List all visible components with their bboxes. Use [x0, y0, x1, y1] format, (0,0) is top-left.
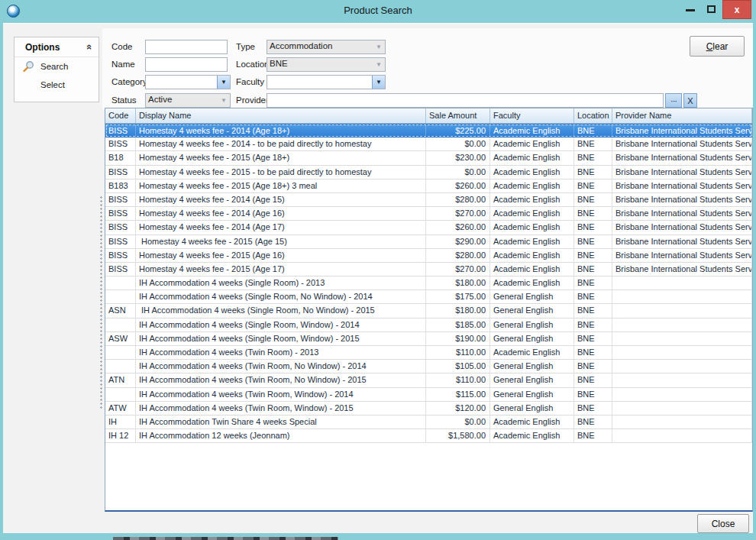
status-label: Status — [111, 95, 137, 105]
product-search-window: Product Search x Options « Search — [0, 0, 756, 540]
name-input[interactable] — [145, 57, 228, 72]
cell-display_name: IH Accommodation 4 weeks (Twin Room, No … — [136, 373, 426, 386]
cell-display_name: Homestay 4 weeks fee - 2014 (Age 16) — [136, 207, 426, 220]
table-row[interactable]: BISSHomestay 4 weeks fee - 2014 (Age 17)… — [105, 221, 752, 234]
cell-display_name: Homestay 4 weeks fee - 2015 (Age 16) — [136, 249, 426, 262]
provider-input[interactable] — [267, 93, 664, 108]
category-combobox[interactable]: ▼ — [145, 75, 231, 89]
cell-code: BISS — [105, 193, 136, 206]
column-header-display_name[interactable]: Display Name — [136, 108, 426, 123]
table-row[interactable]: BISSHomestay 4 weeks fee - 2015 (Age 17)… — [105, 263, 752, 276]
titlebar[interactable]: Product Search x — [0, 0, 756, 23]
table-row[interactable]: ASWIH Accommodation 4 weeks (Single Room… — [105, 332, 752, 346]
maximize-button[interactable] — [707, 5, 716, 13]
cell-code: BISS — [105, 137, 136, 150]
cell-provider_name: Brisbane International Students Services — [612, 179, 752, 192]
cell-display_name: IH Accommodation Twin Share 4 weeks Spec… — [136, 416, 426, 428]
splitter-handle[interactable] — [99, 195, 104, 409]
chevron-down-icon: ▼ — [373, 40, 385, 53]
cell-location: BNE — [574, 429, 612, 442]
cell-faculty: Academic English — [490, 249, 574, 262]
close-button[interactable]: Close — [697, 514, 749, 533]
table-row[interactable]: ATNIH Accommodation 4 weeks (Twin Room, … — [105, 373, 752, 387]
table-row[interactable]: BISSHomestay 4 weeks fee - 2015 (Age 16)… — [105, 249, 752, 263]
cell-display_name: IH Accommodation 4 weeks (Single Room) -… — [136, 276, 426, 289]
clear-button[interactable]: Clear — [690, 36, 745, 57]
chevron-down-icon[interactable]: ▼ — [372, 76, 385, 89]
column-header-sale_amount[interactable]: Sale Amount — [426, 108, 490, 123]
grid-header-row: CodeDisplay NameSale AmountFacultyLocati… — [105, 108, 752, 124]
cell-sale_amount: $290.00 — [426, 235, 490, 248]
table-row[interactable]: IH Accommodation 4 weeks (Twin Room) - 2… — [105, 346, 752, 360]
cell-display_name: Homestay 4 weeks fee - 2015 - to be paid… — [136, 166, 426, 179]
column-header-location[interactable]: Location — [574, 108, 612, 123]
table-row[interactable]: IH Accommodation 4 weeks (Twin Room, No … — [105, 360, 752, 373]
cell-location: BNE — [574, 193, 612, 206]
type-value: Accommodation — [267, 40, 373, 53]
location-combobox[interactable]: BNE ▼ — [267, 57, 386, 72]
table-row[interactable]: IH Accommodation 4 weeks (Single Room, W… — [105, 319, 752, 332]
cell-faculty: Academic English — [490, 235, 574, 248]
table-row[interactable]: IH Accommodation 4 weeks (Twin Room, Win… — [105, 388, 752, 402]
table-row[interactable]: IH Accommodation 4 weeks (Single Room, N… — [105, 290, 752, 304]
column-header-code[interactable]: Code — [105, 108, 136, 123]
table-row[interactable]: B183Homestay 4 weeks fee - 2015 (Age 18+… — [105, 179, 752, 193]
cell-sale_amount: $110.00 — [426, 373, 490, 386]
cell-location: BNE — [574, 346, 612, 359]
cell-sale_amount: $180.00 — [426, 304, 490, 317]
cell-provider_name: Brisbane International Students Services — [612, 221, 752, 234]
filter-form: Code Name Category ▼ Status Active ▼ Typ… — [102, 28, 753, 109]
provider-clear-button[interactable]: X — [683, 93, 697, 108]
cell-location: BNE — [574, 137, 612, 150]
table-row[interactable]: BISSHomestay 4 weeks fee - 2014 (Age 15)… — [105, 193, 752, 207]
table-row[interactable]: BISSHomestay 4 weeks fee - 2015 - to be … — [105, 166, 752, 179]
cell-provider_name — [612, 290, 752, 303]
cell-sale_amount: $230.00 — [426, 151, 490, 164]
status-combobox[interactable]: Active ▼ — [145, 93, 231, 108]
cell-faculty: Academic English — [490, 179, 574, 192]
table-row[interactable]: BISSHomestay 4 weeks fee - 2014 (Age 16)… — [105, 207, 752, 221]
cell-code: ATN — [105, 373, 136, 386]
table-row[interactable]: IH Accommodation 4 weeks (Single Room) -… — [105, 276, 752, 290]
cell-display_name: IH Accommodation 4 weeks (Single Room, N… — [136, 304, 426, 317]
cell-provider_name: Brisbane International Students Services — [612, 151, 752, 164]
window-title: Product Search — [0, 5, 756, 16]
cell-sale_amount: $180.00 — [426, 276, 490, 289]
cell-display_name: Homestay 4 weeks fee - 2014 (Age 17) — [136, 221, 426, 234]
type-combobox[interactable]: Accommodation ▼ — [267, 40, 386, 54]
table-row[interactable]: ASN IH Accommodation 4 weeks (Single Roo… — [105, 304, 752, 318]
faculty-combobox[interactable]: ▼ — [267, 75, 386, 89]
sidebar-item-search[interactable]: Search — [15, 57, 99, 76]
cell-display_name: IH Accommodation 4 weeks (Twin Room, Win… — [136, 402, 426, 415]
column-header-provider_name[interactable]: Provider Name — [612, 108, 752, 123]
table-row[interactable]: IHIH Accommodation Twin Share 4 weeks Sp… — [105, 416, 752, 429]
table-row[interactable]: BISSHomestay 4 weeks fee - 2014 (Age 18+… — [105, 124, 752, 137]
close-window-button[interactable]: x — [722, 0, 751, 19]
cell-sale_amount: $120.00 — [426, 402, 490, 415]
provider-browse-button[interactable]: ··· — [665, 93, 682, 108]
cell-provider_name: Brisbane International Students Services — [612, 166, 752, 179]
cell-faculty: Academic English — [490, 151, 574, 164]
sidebar-item-select[interactable]: Select — [15, 76, 99, 94]
cell-code — [105, 388, 136, 401]
cell-code — [105, 360, 136, 373]
minimize-button[interactable] — [686, 9, 695, 11]
chevron-down-icon[interactable]: ▼ — [217, 76, 230, 89]
collapse-chevron-icon[interactable]: « — [84, 44, 95, 50]
column-header-faculty[interactable]: Faculty — [490, 108, 574, 123]
cell-display_name: IH Accommodation 4 weeks (Single Room, N… — [136, 290, 426, 303]
table-row[interactable]: BISSHomestay 4 weeks fee - 2014 - to be … — [105, 137, 752, 151]
cell-faculty: Academic English — [490, 207, 574, 220]
table-row[interactable]: BISS Homestay 4 weeks fee - 2015 (Age 15… — [105, 235, 752, 249]
cell-sale_amount: $185.00 — [426, 319, 490, 331]
table-row[interactable]: IH 12IH Accommodation 12 weeks (Jeonnam)… — [105, 429, 752, 443]
table-row[interactable]: ATWIH Accommodation 4 weeks (Twin Room, … — [105, 402, 752, 416]
cell-location: BNE — [574, 304, 612, 317]
cell-provider_name — [612, 388, 752, 401]
status-value: Active — [146, 94, 218, 107]
cell-display_name: Homestay 4 weeks fee - 2014 - to be paid… — [136, 137, 426, 150]
table-row[interactable]: B18Homestay 4 weeks fee - 2015 (Age 18+)… — [105, 151, 752, 165]
cell-faculty: General English — [490, 319, 574, 331]
code-input[interactable] — [145, 40, 228, 54]
cell-provider_name — [612, 304, 752, 317]
